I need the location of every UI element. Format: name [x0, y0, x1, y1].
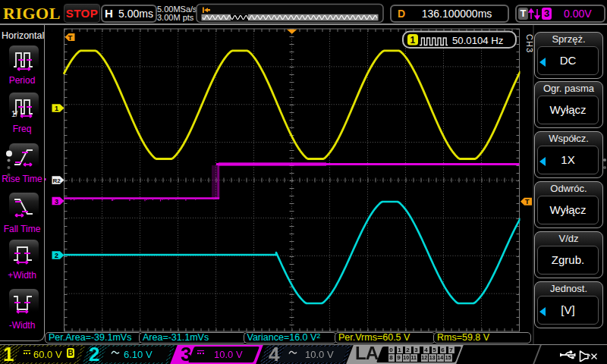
svg-text:3: 3 — [55, 198, 58, 206]
svg-text:1/: 1/ — [11, 110, 18, 118]
svg-text:T: T — [525, 198, 530, 206]
svg-text:R2: R2 — [53, 177, 61, 184]
svg-text:1: 1 — [410, 35, 416, 46]
svg-text:2: 2 — [55, 252, 58, 259]
svg-text:50.0104 Hz: 50.0104 Hz — [452, 35, 503, 46]
svg-text:T: T — [68, 33, 73, 42]
svg-text:1: 1 — [55, 105, 58, 112]
